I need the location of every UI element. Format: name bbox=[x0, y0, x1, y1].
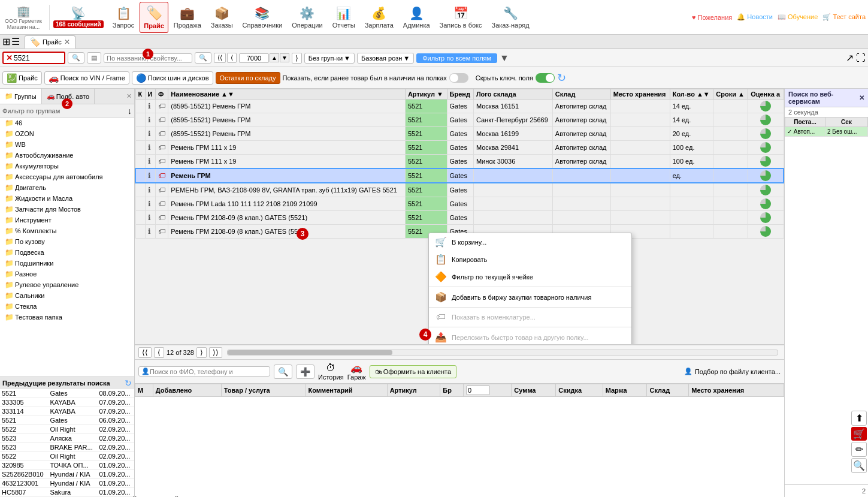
info-icon[interactable]: ℹ bbox=[148, 213, 151, 222]
list-item[interactable]: 320985ТОЧКА ОП...01.09.20... bbox=[0, 461, 134, 470]
th-brand[interactable]: Бренд bbox=[447, 89, 473, 100]
tree-item-avto[interactable]: 📁 Автообслуживание bbox=[0, 150, 134, 161]
price-dropdown[interactable]: Базовая розн ▼ bbox=[357, 53, 414, 64]
messages-badge[interactable]: 168 сообщений bbox=[53, 20, 104, 28]
stock-btn[interactable]: Остатки по складу bbox=[216, 72, 280, 84]
filter-funnel-btn[interactable]: ▼ bbox=[500, 53, 509, 64]
vin-search-btn[interactable]: 🚗 Поиск по VIN / Frame bbox=[44, 71, 129, 85]
news-link[interactable]: 🔔 Новости bbox=[737, 13, 773, 21]
refresh-prev-btn[interactable]: ↻ bbox=[125, 378, 132, 388]
tree-item-bearings[interactable]: 📁 Подшипники bbox=[0, 258, 134, 269]
table-row[interactable]: ℹ 🏷 РЕМЕНЬ ГРМ, ВАЗ-2108-099 8V, GRANTA … bbox=[135, 183, 784, 197]
next-page-btn2[interactable]: ⟩ bbox=[196, 347, 207, 358]
th-storage[interactable]: Место хранения bbox=[610, 89, 670, 100]
ctx-copy[interactable]: 📋 Копировать bbox=[429, 251, 631, 268]
flag-icon[interactable]: 🏷 bbox=[158, 129, 165, 138]
info-icon[interactable]: ℹ bbox=[148, 143, 151, 152]
tree-item-46[interactable]: 📁 46 bbox=[0, 118, 134, 128]
rsp-close-btn[interactable]: ✕ bbox=[859, 94, 864, 102]
flag-icon[interactable]: 🏷 bbox=[158, 171, 165, 180]
prev-btn[interactable]: ⟨ bbox=[154, 347, 164, 358]
filter-all-fields-btn[interactable]: Фильтр по всем полям bbox=[416, 53, 497, 63]
tree-item-misc[interactable]: 📁 Разное bbox=[0, 269, 134, 279]
garage-btn[interactable]: 🚗 Гараж bbox=[347, 362, 366, 381]
ctx-add-exchange[interactable]: 📦 Добавить в биржу закупки товарного нал… bbox=[429, 288, 631, 306]
flag-icon[interactable]: 🏷 bbox=[158, 213, 165, 222]
table-row[interactable]: ℹ 🏷 Ремень ГРМ Lada 110 111 112 2108 210… bbox=[135, 197, 784, 211]
tree-item-test[interactable]: 📁 Тестовая папка bbox=[0, 312, 134, 323]
list-item[interactable]: 4632123001Hyundai / KIA01.09.20... bbox=[0, 479, 134, 488]
search-client-btn[interactable]: 🔍 bbox=[274, 365, 292, 379]
list-item[interactable]: 5521Gates08.09.20... bbox=[0, 389, 134, 398]
tree-item-seals[interactable]: 📁 Сальники bbox=[0, 290, 134, 301]
tree-item-akb[interactable]: 📁 Аккумуляторы bbox=[0, 161, 134, 171]
info-icon[interactable]: ℹ bbox=[148, 227, 151, 236]
search-icon-btn[interactable]: 🔍 bbox=[68, 52, 84, 64]
tab-grid-icon[interactable]: ⊞ bbox=[2, 36, 10, 47]
info-icon[interactable]: ℹ bbox=[148, 102, 151, 110]
nav-boks[interactable]: 📅 Запись в бокс bbox=[435, 2, 486, 33]
nav-prays[interactable]: 🏷️ Прайс bbox=[140, 2, 168, 33]
tab-menu-icon[interactable]: ☰ bbox=[11, 36, 20, 47]
ctx-filter-cell[interactable]: 🔶 Фильтр по текущей ячейке bbox=[429, 268, 631, 285]
tree-item-body[interactable]: 📁 По кузову bbox=[0, 236, 134, 247]
testsite-link[interactable]: 🛒 Тест сайта bbox=[822, 13, 866, 21]
tab-close-btn[interactable]: ✕ bbox=[64, 38, 70, 46]
tree-item-ozon[interactable]: 📁 OZON bbox=[0, 128, 134, 139]
group-dropdown[interactable]: Без груп-ки ▼ bbox=[304, 53, 355, 64]
nav-order[interactable]: 🔧 Заказ-наряд bbox=[487, 2, 533, 33]
wishlist-link[interactable]: ♥ Пожелания bbox=[692, 14, 732, 21]
th-warehouse[interactable]: Склад bbox=[552, 89, 610, 100]
th-article[interactable]: Артикул ▼ bbox=[405, 89, 447, 100]
tree-item-tools[interactable]: 📁 Инструмент bbox=[0, 215, 134, 225]
nav-spravochniki[interactable]: 📚 Справочники bbox=[238, 2, 287, 33]
table-row[interactable]: ℹ 🏷 Ремень ГРМ 111 х 19 5521 Gates Минск… bbox=[135, 155, 784, 169]
first-page-btn[interactable]: ⟨⟨ bbox=[214, 53, 226, 63]
list-item[interactable]: HC5807Sakura01.09.20... bbox=[0, 488, 134, 497]
tab-prays[interactable]: 🏷️ Прайс ✕ bbox=[25, 35, 75, 49]
file-select-btn[interactable]: 👤 Подбор по файлу клиента... bbox=[684, 368, 781, 375]
tree-item-steering[interactable]: 📁 Рулевое управление bbox=[0, 279, 134, 290]
cart-qty-input[interactable] bbox=[466, 385, 490, 395]
rsp-row[interactable]: ✓ Автоп... 2 Без ош... bbox=[785, 127, 868, 137]
refresh-btn[interactable]: ↻ bbox=[557, 71, 566, 85]
qty-up-btn[interactable]: ▲ bbox=[270, 53, 279, 62]
th-score[interactable]: Оценка а bbox=[748, 89, 784, 100]
th-logo-warehouse[interactable]: Лого склада bbox=[473, 89, 552, 100]
horizontal-scrollbar[interactable] bbox=[227, 350, 778, 356]
tree-item-liquids[interactable]: 📁 Жидкости и Масла bbox=[0, 193, 134, 204]
hide-toggle-switch[interactable] bbox=[536, 73, 555, 83]
table-row[interactable]: ℹ 🏷 Ремень ГРМ 111 х 19 5521 Gates Москв… bbox=[135, 141, 784, 155]
flag-icon[interactable]: 🏷 bbox=[158, 102, 165, 110]
flag-icon[interactable]: 🏷 bbox=[158, 186, 165, 194]
tree-item-suspension[interactable]: 📁 Подвеска bbox=[0, 247, 134, 258]
list-item[interactable]: 333305KAYABA07.09.20... bbox=[0, 398, 134, 407]
flag-icon[interactable]: 🏷 bbox=[158, 116, 165, 124]
list-item[interactable]: 5523BRAKE PAR...02.09.20... bbox=[0, 443, 134, 452]
flag-icon[interactable]: 🏷 bbox=[158, 143, 165, 152]
groups-tab[interactable]: 📁 Группы bbox=[0, 89, 42, 104]
info-icon[interactable]: ℹ bbox=[148, 171, 151, 180]
list-item[interactable]: 5521Gates06.09.20... bbox=[0, 416, 134, 425]
nav-zakazy[interactable]: 📦 Заказы bbox=[207, 2, 237, 33]
nav-operacii[interactable]: ⚙️ Операции bbox=[288, 2, 326, 33]
training-link[interactable]: 📖 Обучение bbox=[778, 13, 818, 21]
nav-zarplata[interactable]: 💰 Зарплата bbox=[361, 2, 398, 33]
list-item[interactable]: 333114KAYABA07.09.20... bbox=[0, 407, 134, 416]
fullscreen-btn[interactable]: ⛶ bbox=[856, 53, 866, 64]
flag-icon[interactable]: 🏷 bbox=[158, 157, 165, 165]
process-client-btn[interactable]: 🛍 Оформить на клиента bbox=[370, 365, 456, 378]
add-client-btn[interactable]: ➕ bbox=[296, 365, 314, 379]
list-item[interactable]: 5522Oil Right02.09.20... bbox=[0, 452, 134, 461]
left-panel-close[interactable]: ✕ bbox=[124, 92, 134, 100]
tire-search-btn[interactable]: 🔵 Поиск шин и дисков bbox=[132, 71, 213, 85]
tree-item-kits[interactable]: 📁 % Комплекты bbox=[0, 225, 134, 236]
external-link-btn[interactable]: ↗ bbox=[846, 52, 854, 64]
tree-item-bridges[interactable]: 📁 Запчасти для Мостов bbox=[0, 204, 134, 215]
th-name[interactable]: Наименование ▲▼ bbox=[168, 89, 406, 100]
table-row[interactable]: ℹ 🏷 Ремень ГРМ 2108-09 (8 клап.) GATES (… bbox=[135, 211, 784, 225]
table-row[interactable]: ℹ 🏷 (8595-15521) Ремень ГРМ 5521 Gates С… bbox=[135, 113, 784, 127]
th-check[interactable]: К bbox=[135, 89, 145, 100]
flag-icon[interactable]: 🏷 bbox=[158, 227, 165, 236]
price-sub-btn[interactable]: 💹 Прайс bbox=[2, 71, 42, 85]
